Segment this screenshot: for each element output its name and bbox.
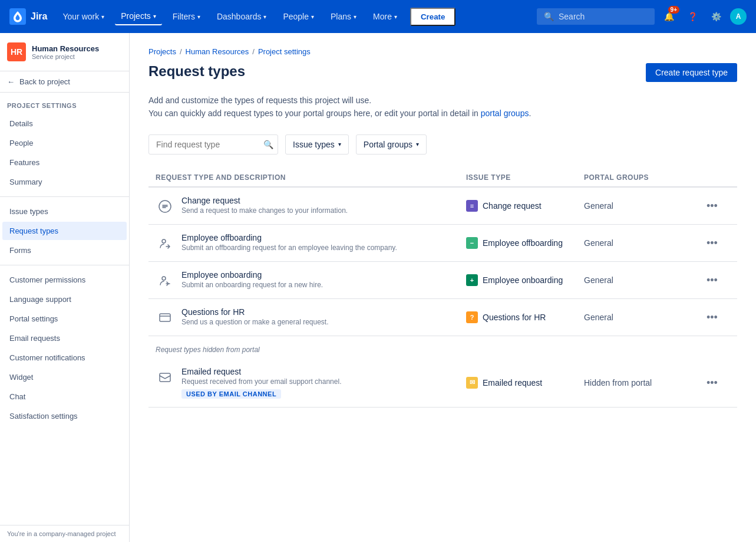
portal-group-cell: General	[584, 313, 702, 322]
chevron-down-icon: ▾	[263, 14, 266, 20]
portal-groups-dropdown[interactable]: Portal groups ▾	[356, 134, 427, 155]
svg-rect-5	[160, 373, 170, 382]
portal-group-cell: General	[584, 201, 702, 211]
chevron-down-icon: ▾	[394, 14, 397, 20]
sidebar-item-features[interactable]: Features	[2, 153, 127, 172]
settings-button[interactable]: ⚙️	[707, 7, 725, 26]
sidebar-item-portal-settings[interactable]: Portal settings	[2, 310, 127, 328]
project-name: Human Resources	[32, 44, 99, 53]
request-type-name: Questions for HR	[181, 307, 329, 317]
issue-type-badge: +	[466, 274, 478, 286]
breadcrumb-human-resources[interactable]: Human Resources	[186, 47, 249, 56]
breadcrumb-projects[interactable]: Projects	[148, 47, 176, 56]
emailed-request-icon	[156, 368, 174, 387]
sidebar-item-customer-permissions[interactable]: Customer permissions	[2, 271, 127, 289]
sidebar-item-customer-notifications[interactable]: Customer notifications	[2, 349, 127, 367]
hidden-section-label: Request types hidden from portal	[148, 336, 737, 359]
chevron-down-icon: ▾	[354, 14, 356, 20]
request-type-name: Employee onboarding	[181, 270, 323, 280]
issue-type-badge: −	[466, 237, 478, 249]
sidebar-item-email-requests[interactable]: Email requests	[2, 329, 127, 347]
table-row: Employee onboarding Submit an onboarding…	[148, 262, 737, 299]
nav-projects[interactable]: Projects ▾	[115, 8, 162, 25]
top-navigation: Jira Your work ▾ Projects ▾ Filters ▾ Da…	[0, 0, 756, 33]
search-icon[interactable]: 🔍	[263, 140, 273, 149]
help-button[interactable]: ❓	[683, 7, 702, 26]
nav-people[interactable]: People ▾	[277, 8, 320, 25]
sidebar-item-widget[interactable]: Widget	[2, 368, 127, 386]
change-request-icon	[156, 197, 174, 216]
hidden-portal-cell: Hidden from portal	[584, 378, 702, 387]
global-search[interactable]: 🔍 Search	[537, 8, 655, 25]
sidebar-footer: You're in a company-managed project	[0, 525, 129, 542]
chevron-down-icon: ▾	[197, 14, 200, 20]
sidebar-item-issue-types[interactable]: Issue types	[2, 202, 127, 221]
project-type: Service project	[32, 53, 99, 60]
chevron-down-icon: ▾	[416, 141, 419, 147]
find-request-type-input[interactable]	[148, 134, 278, 155]
issue-type-cell: − Employee offboarding	[466, 237, 584, 249]
page-description: Add and customize the types of requests …	[148, 94, 737, 120]
request-type-cell: Emailed request Request received from yo…	[156, 367, 466, 399]
nav-plans[interactable]: Plans ▾	[325, 8, 362, 25]
avatar[interactable]: A	[730, 8, 747, 25]
nav-dashboards[interactable]: Dashboards ▾	[211, 8, 273, 25]
request-type-cell: Employee onboarding Submit an onboarding…	[156, 270, 466, 290]
sidebar-item-summary[interactable]: Summary	[2, 173, 127, 191]
issue-type-badge: ✉	[466, 377, 478, 389]
sidebar-item-satisfaction-settings[interactable]: Satisfaction settings	[2, 407, 127, 425]
table-row: Emailed request Request received from yo…	[148, 359, 737, 408]
breadcrumb-sep-2: /	[252, 47, 255, 56]
employee-offboarding-icon	[156, 234, 174, 253]
project-icon: HR	[7, 42, 26, 61]
filters-row: 🔍 Issue types ▾ Portal groups ▾	[148, 134, 737, 155]
logo-label: Jira	[31, 11, 47, 22]
back-to-project[interactable]: ← Back to project	[0, 71, 129, 93]
nav-more[interactable]: More ▾	[367, 8, 403, 25]
app-logo[interactable]: Jira	[9, 8, 47, 25]
request-type-cell: Questions for HR Send us a question or m…	[156, 307, 466, 327]
request-type-desc: Request received from your email support…	[181, 377, 341, 386]
issue-types-dropdown[interactable]: Issue types ▾	[285, 134, 349, 155]
search-wrap: 🔍	[148, 134, 278, 155]
breadcrumb-project-settings[interactable]: Project settings	[258, 47, 311, 56]
row-more-button[interactable]: •••	[702, 310, 722, 325]
request-type-desc: Submit an onboarding request for a new h…	[181, 281, 323, 289]
sidebar-divider-2	[0, 265, 129, 265]
nav-your-work[interactable]: Your work ▾	[57, 8, 110, 25]
employee-onboarding-icon	[156, 271, 174, 290]
sidebar-item-details[interactable]: Details	[2, 114, 127, 133]
email-channel-tag: USED BY EMAIL CHANNEL	[181, 389, 281, 399]
request-type-name: Emailed request	[181, 367, 341, 376]
row-more-button[interactable]: •••	[702, 375, 722, 390]
issue-type-cell: + Employee onboarding	[466, 274, 584, 286]
search-icon: 🔍	[544, 12, 554, 21]
portal-groups-link[interactable]: portal groups	[481, 109, 529, 118]
sidebar-item-request-types[interactable]: Request types	[2, 222, 127, 240]
table-header: Request type and description Issue type …	[148, 169, 737, 188]
sidebar-item-people[interactable]: People	[2, 134, 127, 152]
create-request-type-button[interactable]: Create request type	[646, 63, 737, 82]
create-button[interactable]: Create	[410, 8, 456, 26]
sidebar-divider	[0, 196, 129, 197]
row-more-button[interactable]: •••	[702, 235, 722, 251]
breadcrumb-sep-1: /	[180, 47, 182, 56]
notifications-button[interactable]: 🔔 9+	[659, 7, 678, 26]
request-type-cell: Employee offboarding Submit an offboardi…	[156, 233, 466, 253]
request-type-desc: Submit an offboarding request for an emp…	[181, 244, 397, 252]
svg-point-3	[162, 277, 166, 280]
gear-icon: ⚙️	[711, 12, 721, 21]
sidebar-item-chat[interactable]: Chat	[2, 387, 127, 406]
sidebar: HR Human Resources Service project ← Bac…	[0, 33, 130, 542]
request-type-desc: Send a request to make changes to your i…	[181, 206, 348, 215]
sidebar-item-language-support[interactable]: Language support	[2, 290, 127, 308]
issue-type-badge: ≡	[466, 200, 478, 212]
row-more-button[interactable]: •••	[702, 272, 722, 288]
nav-filters[interactable]: Filters ▾	[167, 8, 206, 25]
request-type-desc: Send us a question or make a general req…	[181, 318, 329, 326]
row-more-button[interactable]: •••	[702, 198, 722, 213]
sidebar-section-title: Project settings	[0, 93, 129, 114]
main-content: Projects / Human Resources / Project set…	[130, 33, 756, 542]
sidebar-item-forms[interactable]: Forms	[2, 241, 127, 259]
svg-rect-0	[9, 8, 26, 25]
